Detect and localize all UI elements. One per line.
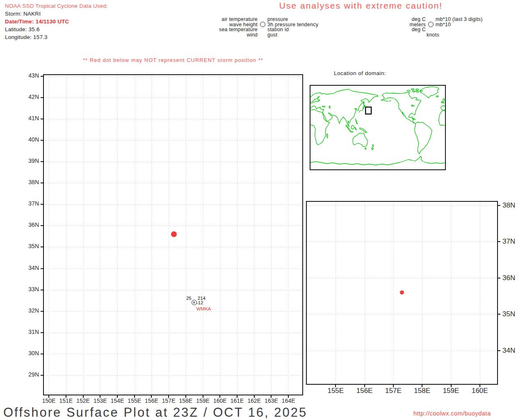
gridline-159E — [203, 75, 203, 395]
y-tick-label-35N: 35N — [21, 243, 39, 249]
y-tick-label-40N: 40N — [21, 136, 39, 143]
coastline-eurasia — [310, 89, 378, 127]
y-tick-label-29N: 29N — [21, 371, 39, 378]
legend-left-label: deg C — [405, 27, 426, 32]
legend-right-label: knots — [427, 32, 439, 38]
y-tick-label-42N: 42N — [21, 94, 39, 100]
x-tick-label-164E: 164E — [276, 397, 301, 404]
station-id: WMKA — [196, 307, 211, 312]
station-air-temperature: 25 — [176, 296, 192, 301]
gridline-30N — [44, 354, 302, 354]
station-pressure-tendency: -12 — [196, 301, 203, 306]
world-map-inset — [310, 85, 446, 170]
coastline-australia — [353, 133, 368, 147]
legend-right-label: gust — [267, 32, 277, 38]
coastline-britain — [443, 98, 445, 103]
storm-position-dot — [171, 231, 177, 237]
gridline-164E — [288, 75, 289, 395]
legend-station-row-2: sea temperaturestation id — [212, 27, 318, 32]
tick-38N — [497, 205, 500, 206]
gridline-31N — [44, 333, 302, 333]
legend-units-row-2: deg C — [405, 27, 483, 32]
gridline-158E — [186, 75, 186, 395]
tick-34N — [497, 350, 500, 351]
coastline-north-america-west — [381, 95, 415, 123]
coastline-philippines — [355, 119, 357, 124]
y-tick-label-31N: 31N — [21, 329, 39, 335]
gridline-163E — [271, 75, 272, 395]
y-tick-label-38N: 38N — [21, 179, 39, 185]
tick-40N — [41, 140, 44, 141]
y-tick-label-43N: 43N — [21, 72, 39, 79]
gridline-35N — [44, 247, 302, 247]
coastline-java — [350, 131, 353, 132]
coastline-iberia-east-edge — [441, 106, 445, 110]
y-tick-label-35N: 35N — [502, 310, 523, 318]
storm-info-block: NOAA SSD Tropical Cyclone Data Used: Sto… — [5, 2, 108, 41]
gridline-36N — [307, 278, 497, 278]
legend-circle-cell — [426, 22, 436, 27]
gridline-38N — [44, 183, 302, 183]
x-tick-label-159E: 159E — [439, 387, 463, 395]
station-inner-circle-icon — [193, 301, 195, 304]
gridline-40N — [44, 140, 302, 141]
coastline-south-america — [415, 122, 432, 154]
tick-38N — [41, 183, 44, 183]
coastline-sakhalin — [363, 101, 364, 105]
tick-29N — [41, 375, 44, 376]
coastline-iceland — [436, 96, 438, 98]
source-url-link[interactable]: http://coolwx.com/buoydata — [413, 410, 491, 417]
x-tick-label-156E: 156E — [352, 387, 377, 395]
coastline-hokkaido — [364, 105, 365, 107]
lake-caspian — [329, 106, 330, 109]
gridline-152E — [83, 75, 84, 395]
tick-36N — [41, 225, 44, 226]
page-title: Offshore Surface Plot at 23Z / OCT 16, 2… — [3, 405, 307, 420]
y-tick-label-34N: 34N — [502, 347, 523, 355]
coastline-borneo — [351, 126, 354, 130]
coastline-aleutians — [384, 100, 391, 101]
gridline-157E — [169, 75, 169, 395]
gridline-151E — [66, 75, 66, 395]
y-tick-label-36N: 36N — [502, 274, 523, 282]
coastline-sumatra — [346, 125, 350, 130]
tick-43N — [41, 76, 44, 77]
domain-box — [365, 107, 371, 114]
station-model-legend: air temperaturepressurewave height3h pre… — [212, 17, 318, 37]
coastline-arctic-islands — [407, 89, 422, 93]
coastline-north-america-east — [382, 92, 421, 123]
coastline-baltic — [310, 96, 320, 104]
storm-name-line: Storm: NAKRI — [5, 10, 108, 18]
legend-units-row-0: deg Cmb*10 (last 3 digits) — [405, 17, 483, 22]
x-tick-label-160E: 160E — [468, 387, 492, 395]
legend-right-label: mb*10 — [436, 22, 451, 27]
gridline-160E — [480, 202, 480, 384]
gridline-35N — [307, 314, 497, 315]
gridline-41N — [44, 119, 302, 119]
storm-latitude-line: Latitude: 35.6 — [5, 25, 108, 33]
tick-30N — [41, 354, 44, 354]
tick-35N — [497, 314, 500, 315]
station-circle-icon — [428, 22, 434, 27]
zoom-plot: 155E156E157E158E159E160E38N37N36N35N34N — [306, 201, 498, 385]
legend-left-label: wind — [212, 32, 258, 38]
coastline-antarctica — [310, 156, 445, 165]
tick-33N — [41, 290, 44, 290]
x-tick-label-157E: 157E — [381, 387, 406, 395]
legend-left-label: air temperature — [212, 17, 258, 22]
domain-inset-title: Location of domain: — [334, 70, 386, 76]
tick-39N — [41, 161, 44, 162]
station-units-legend: deg Cmb*10 (last 3 digits)metersmb*10deg… — [405, 17, 483, 37]
gridline-158E — [422, 202, 422, 384]
storm-position-dot — [400, 290, 404, 294]
gridline-33N — [44, 290, 302, 290]
y-tick-label-38N: 38N — [502, 201, 523, 210]
storm-position-warning: ** Red dot below may NOT represent CURRE… — [44, 57, 302, 63]
legend-right-label: station id — [267, 27, 289, 32]
coastline-new-guinea — [359, 128, 367, 132]
gridline-43N — [44, 76, 302, 77]
legend-right-label: pressure — [267, 17, 288, 22]
y-tick-label-33N: 33N — [21, 286, 39, 292]
gridline-39N — [44, 162, 302, 162]
world-map — [310, 86, 445, 169]
